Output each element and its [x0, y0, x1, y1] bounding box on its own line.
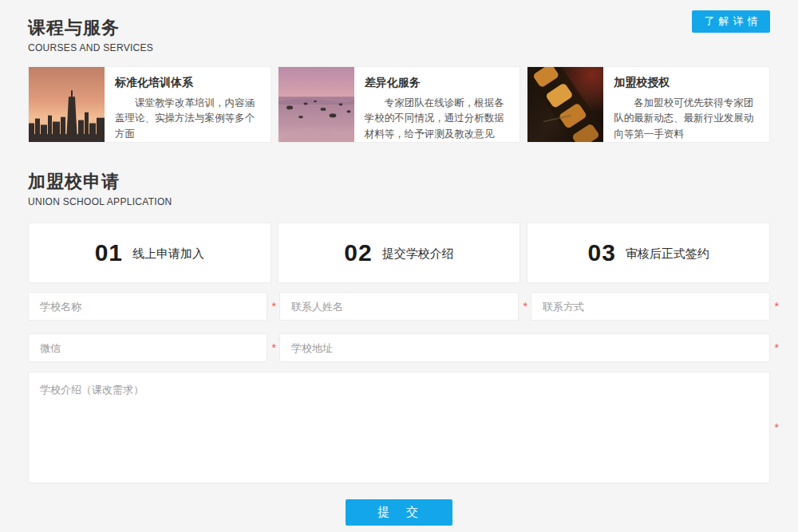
- service-card-training: 标准化培训体系 课堂教学改革培训，内容涵盖理论、实操方法与案例等多个方面: [28, 66, 271, 143]
- school-address-input[interactable]: [279, 333, 770, 362]
- step-2: 02 提交学校介绍: [278, 223, 521, 283]
- required-asterisk: *: [272, 342, 276, 353]
- wechat-field: *: [28, 333, 267, 362]
- service-card-differentiated: 差异化服务 专家团队在线诊断，根据各学校的不同情况，通过分析数据材料等，给予评测…: [278, 66, 521, 143]
- required-asterisk: *: [272, 301, 276, 312]
- school-name-input[interactable]: [28, 292, 267, 321]
- page: 课程与服务 COURSES AND SERVICES 了解详情: [0, 0, 798, 532]
- step-number: 02: [344, 239, 372, 266]
- school-name-field: *: [28, 292, 267, 321]
- service-card-desc: 各加盟校可优先获得专家团队的最新动态、最新行业发展动向等第一手资料: [614, 96, 763, 142]
- step-number: 03: [587, 239, 615, 266]
- service-card-desc: 课堂教学改革培训，内容涵盖理论、实操方法与案例等多个方面: [115, 96, 264, 142]
- school-intro-field: *: [28, 372, 770, 483]
- application-steps: 01 线上申请加入 02 提交学校介绍 03 审核后正式签约: [28, 223, 770, 283]
- required-asterisk: *: [775, 301, 779, 312]
- contact-name-field: *: [279, 292, 519, 321]
- application-title: 加盟校申请: [28, 170, 770, 194]
- required-asterisk: *: [523, 301, 527, 312]
- step-3: 03 审核后正式签约: [527, 223, 770, 283]
- courses-title: 课程与服务: [28, 16, 770, 40]
- application-subtitle: UNION SCHOOL APPLICATION: [28, 196, 770, 207]
- service-card-body: 标准化培训体系 课堂教学改革培训，内容涵盖理论、实操方法与案例等多个方面: [105, 67, 271, 142]
- form-row-2: * *: [28, 333, 770, 362]
- step-1: 01 线上申请加入: [28, 223, 271, 283]
- submit-button[interactable]: 提 交: [346, 499, 452, 526]
- step-label: 审核后正式签约: [626, 246, 709, 262]
- step-number: 01: [95, 239, 123, 266]
- required-asterisk: *: [775, 422, 779, 433]
- service-card-title: 标准化培训体系: [115, 76, 264, 90]
- contact-name-input[interactable]: [279, 292, 519, 321]
- service-card-body: 加盟校授权 各加盟校可优先获得专家团队的最新动态、最新行业发展动向等第一手资料: [603, 67, 769, 142]
- application-section-header: 加盟校申请 UNION SCHOOL APPLICATION: [28, 170, 770, 207]
- service-cards: 标准化培训体系 课堂教学改革培训，内容涵盖理论、实操方法与案例等多个方面: [28, 66, 770, 143]
- submit-area: 提 交: [28, 499, 770, 526]
- service-card-desc: 专家团队在线诊断，根据各学校的不同情况，通过分析数据材料等，给予评测及教改意见: [365, 96, 514, 142]
- learn-more-button[interactable]: 了解详情: [692, 10, 770, 33]
- school-address-field: *: [279, 333, 770, 362]
- service-card-title: 差异化服务: [365, 76, 514, 90]
- city-skyline-sunset-image: [29, 67, 105, 142]
- courses-section-header: 课程与服务 COURSES AND SERVICES 了解详情: [28, 0, 770, 53]
- step-label: 提交学校介绍: [382, 246, 454, 262]
- courses-subtitle: COURSES AND SERVICES: [28, 42, 770, 53]
- service-card-body: 差异化服务 专家团队在线诊断，根据各学校的不同情况，通过分析数据材料等，给予评测…: [354, 67, 520, 142]
- wechat-input[interactable]: [28, 333, 267, 362]
- film-strip-image: [527, 67, 603, 142]
- form-row-1: * * *: [28, 292, 770, 321]
- service-card-title: 加盟校授权: [614, 76, 763, 90]
- school-intro-textarea[interactable]: [28, 372, 770, 483]
- desert-dusk-image: [279, 67, 354, 142]
- contact-method-field: *: [531, 292, 770, 321]
- contact-method-input[interactable]: [531, 292, 770, 321]
- service-card-authorization: 加盟校授权 各加盟校可优先获得专家团队的最新动态、最新行业发展动向等第一手资料: [527, 66, 770, 143]
- step-label: 线上申请加入: [132, 246, 204, 262]
- required-asterisk: *: [775, 342, 779, 353]
